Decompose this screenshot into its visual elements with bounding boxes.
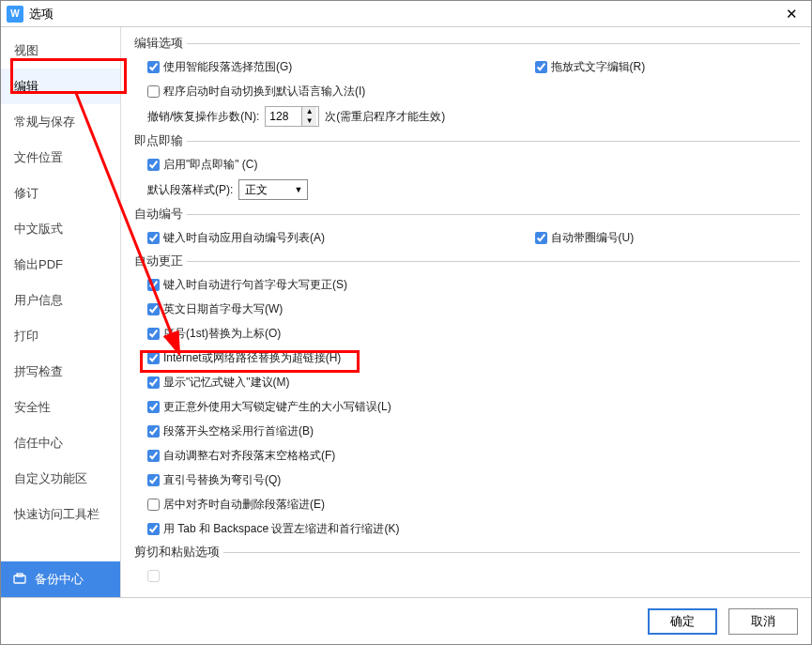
divider: [187, 43, 800, 44]
checkbox-auto-ime[interactable]: 程序启动时自动切换到默认语言输入法(I): [147, 84, 365, 100]
content-pane: 编辑选项 使用智能段落选择范围(G): [121, 27, 811, 597]
sidebar-item-8[interactable]: 打印: [1, 318, 120, 354]
group-click-type: 即点即输 启用"即点即输" (C) 默认段落样式(P): 正文: [134, 132, 800, 200]
group-title: 自动更正: [134, 253, 183, 269]
checkbox-auto-apply-list[interactable]: 键入时自动应用自动编号列表(A): [147, 230, 387, 246]
checkbox-input[interactable]: [147, 85, 160, 98]
sidebar-item-9[interactable]: 拼写检查: [1, 354, 120, 390]
checkbox-autocorrect-9[interactable]: 居中对齐时自动删除段落缩进(E): [147, 497, 325, 513]
sidebar-item-6[interactable]: 输出PDF: [1, 247, 120, 283]
checkbox-input[interactable]: [147, 425, 160, 438]
sidebar: 视图编辑常规与保存文件位置修订中文版式输出PDF用户信息打印拼写检查安全性信任中…: [1, 27, 121, 597]
group-title: 编辑选项: [134, 35, 183, 52]
checkbox-input[interactable]: [147, 401, 160, 413]
checkbox-input[interactable]: [147, 570, 160, 582]
group-title: 自动编号: [134, 206, 183, 223]
default-style-label: 默认段落样式(P):: [147, 182, 233, 198]
checkbox-input[interactable]: [535, 232, 547, 244]
checkbox-input[interactable]: [147, 328, 160, 340]
checkbox-input[interactable]: [147, 474, 160, 486]
backup-icon: [12, 572, 27, 587]
checkbox-autocorrect-7[interactable]: 自动调整右对齐段落末空格格式(F): [147, 448, 335, 464]
group-auto-correct: 自动更正 键入时自动进行句首字母大写更正(S)英文日期首字母大写(W)序号(1s…: [134, 253, 800, 538]
spin-down-icon[interactable]: ▼: [302, 116, 316, 126]
checkbox-autocorrect-8[interactable]: 直引号替换为弯引号(Q): [147, 472, 281, 488]
checkbox-input[interactable]: [147, 499, 160, 511]
backup-center-button[interactable]: 备份中心: [1, 561, 120, 597]
group-title: 剪切和粘贴选项: [134, 544, 220, 561]
undo-steps-input[interactable]: [266, 110, 301, 123]
checkbox-autocorrect-5[interactable]: 更正意外使用大写锁定键产生的大小写错误(L): [147, 399, 391, 415]
undo-steps-label: 撤销/恢复操作步数(N):: [147, 109, 259, 125]
sidebar-item-13[interactable]: 快速访问工具栏: [1, 497, 120, 532]
spin-up-icon[interactable]: ▲: [302, 107, 316, 116]
group-clip-paste: 剪切和粘贴选项: [134, 544, 800, 585]
divider: [187, 214, 800, 215]
group-auto-number: 自动编号 键入时自动应用自动编号列表(A): [134, 206, 800, 247]
checkbox-autocorrect-4[interactable]: 显示"记忆式键入"建议(M): [147, 375, 290, 391]
checkbox-input[interactable]: [147, 303, 160, 315]
checkbox-input[interactable]: [147, 376, 160, 389]
sidebar-item-3[interactable]: 文件位置: [1, 140, 120, 176]
checkbox-enable-clicktype[interactable]: 启用"即点即输" (C): [147, 157, 258, 173]
checkbox-autocorrect-3[interactable]: Internet或网络路径替换为超链接(H): [147, 350, 341, 366]
divider: [187, 141, 800, 142]
group-title: 即点即输: [134, 132, 183, 149]
checkbox-auto-circle[interactable]: 自动带圈编号(U): [535, 230, 774, 246]
checkbox-autocorrect-0[interactable]: 键入时自动进行句首字母大写更正(S): [147, 277, 347, 293]
undo-steps-spinner[interactable]: ▲ ▼: [265, 106, 319, 127]
checkbox-autocorrect-6[interactable]: 段落开头空格采用行首缩进(B): [147, 423, 314, 439]
checkbox-autocorrect-1[interactable]: 英文日期首字母大写(W): [147, 301, 283, 317]
checkbox-input[interactable]: [147, 523, 160, 535]
options-window: W 选项 ✕ 视图编辑常规与保存文件位置修订中文版式输出PDF用户信息打印拼写检…: [0, 0, 812, 645]
divider: [223, 552, 800, 553]
sidebar-item-10[interactable]: 安全性: [1, 390, 120, 425]
sidebar-item-4[interactable]: 修订: [1, 176, 120, 211]
app-icon: W: [7, 6, 23, 23]
close-button[interactable]: ✕: [777, 1, 805, 27]
checkbox-input[interactable]: [147, 450, 160, 462]
dialog-body: 视图编辑常规与保存文件位置修订中文版式输出PDF用户信息打印拼写检查安全性信任中…: [1, 27, 811, 597]
group-edit-options: 编辑选项 使用智能段落选择范围(G): [134, 35, 800, 127]
checkbox-input[interactable]: [147, 159, 160, 171]
checkbox-input[interactable]: [147, 279, 160, 291]
sidebar-item-5[interactable]: 中文版式: [1, 211, 120, 247]
select-value: 正文: [245, 182, 268, 198]
cancel-button[interactable]: 取消: [728, 608, 798, 635]
window-title: 选项: [29, 6, 777, 23]
divider: [187, 261, 800, 262]
default-style-select[interactable]: 正文 ▼: [238, 179, 308, 200]
sidebar-item-12[interactable]: 自定义功能区: [1, 461, 120, 497]
checkbox-input[interactable]: [147, 61, 160, 73]
ok-button[interactable]: 确定: [648, 608, 717, 635]
checkbox-drag-edit[interactable]: 拖放式文字编辑(R): [535, 59, 774, 75]
checkbox-autocorrect-10[interactable]: 用 Tab 和 Backspace 设置左缩进和首行缩进(K): [147, 521, 399, 537]
checkbox-autocorrect-2[interactable]: 序号(1st)替换为上标(O): [147, 326, 281, 342]
checkbox-input[interactable]: [535, 61, 547, 73]
checkbox-smart-paragraph[interactable]: 使用智能段落选择范围(G): [147, 59, 387, 75]
dialog-footer: 确定 取消: [1, 597, 811, 644]
sidebar-item-0[interactable]: 视图: [1, 33, 120, 69]
sidebar-item-7[interactable]: 用户信息: [1, 283, 120, 318]
sidebar-item-1[interactable]: 编辑: [1, 69, 120, 104]
backup-label: 备份中心: [35, 571, 84, 588]
chevron-down-icon: ▼: [289, 185, 307, 194]
sidebar-item-2[interactable]: 常规与保存: [1, 104, 120, 140]
checkbox-input[interactable]: [147, 232, 160, 244]
checkbox-cut-option[interactable]: [147, 568, 242, 584]
undo-suffix: 次(需重启程序才能生效): [325, 109, 445, 125]
sidebar-item-11[interactable]: 信任中心: [1, 425, 120, 461]
checkbox-input[interactable]: [147, 352, 160, 364]
titlebar: W 选项 ✕: [1, 1, 811, 27]
